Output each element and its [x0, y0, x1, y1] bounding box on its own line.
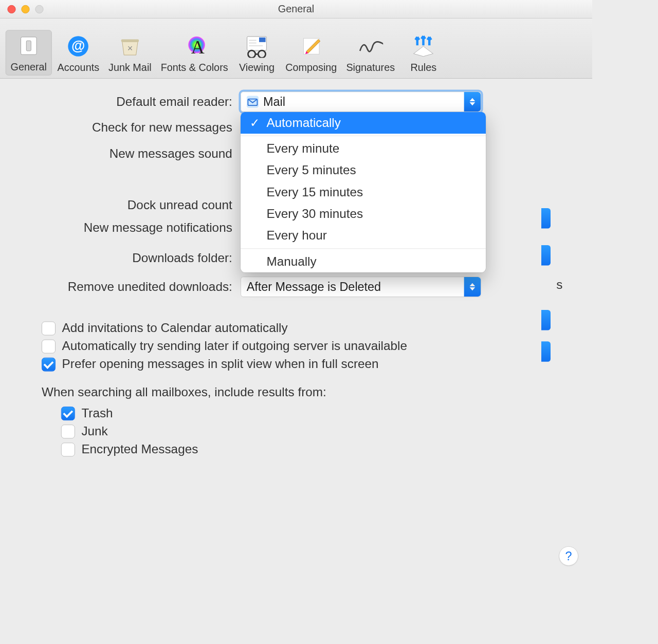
check-search-junk[interactable]: Junk — [61, 424, 551, 438]
svg-text:×: × — [127, 43, 133, 53]
tab-label: Junk Mail — [108, 62, 152, 73]
tab-label: Fonts & Colors — [161, 62, 228, 73]
sound-label: New messages sound — [42, 146, 241, 161]
default-reader-value: Mail — [263, 95, 285, 109]
menu-option-every-hour[interactable]: Every hour — [241, 225, 486, 246]
downloads-folder-label: Downloads folder: — [42, 251, 241, 265]
help-button[interactable]: ? — [559, 546, 578, 566]
zoom-window-button[interactable] — [35, 5, 43, 13]
default-reader-popup[interactable]: Mail — [241, 91, 481, 112]
checkbox-label: Prefer opening messages in split view wh… — [62, 357, 379, 372]
remove-downloads-popup[interactable]: After Message is Deleted — [241, 277, 481, 297]
tab-signatures[interactable]: Signatures — [342, 31, 398, 75]
checkbox-label: Automatically try sending later if outgo… — [62, 339, 407, 354]
tab-general[interactable]: General — [6, 30, 52, 76]
tab-label: Signatures — [346, 62, 395, 73]
menu-option-every-minute[interactable]: Every minute — [241, 138, 486, 159]
remove-downloads-value: After Message is Deleted — [247, 280, 381, 294]
tab-label: Viewing — [239, 62, 275, 73]
menu-separator — [241, 248, 486, 249]
checkbox[interactable] — [42, 357, 56, 371]
dock-count-label: Dock unread count — [42, 198, 241, 212]
tab-accounts[interactable]: @ Accounts — [53, 31, 103, 75]
minimize-window-button[interactable] — [21, 5, 29, 13]
viewing-icon — [244, 34, 269, 59]
titlebar: General — [0, 0, 592, 19]
menu-separator — [241, 136, 486, 136]
check-search-trash[interactable]: Trash — [61, 406, 551, 420]
tab-junk-mail[interactable]: × Junk Mail — [105, 31, 155, 75]
checkbox-label: Add invitations to Calendar automaticall… — [62, 321, 288, 336]
junk-mail-icon: × — [118, 34, 143, 59]
tab-label: General — [11, 61, 47, 73]
checkbox[interactable] — [42, 339, 56, 353]
composing-icon — [299, 34, 324, 59]
svg-rect-4 — [121, 40, 139, 42]
notifications-label: New message notifications — [42, 220, 241, 235]
general-icon — [16, 33, 42, 59]
hidden-popup-stepper[interactable] — [541, 208, 551, 229]
checkbox[interactable] — [61, 425, 75, 438]
window-title: General — [0, 3, 592, 15]
check-add-invitations[interactable]: Add invitations to Calendar automaticall… — [42, 321, 551, 336]
check-messages-menu[interactable]: Automatically Every minute Every 5 minut… — [241, 112, 486, 272]
tab-label: Composing — [285, 62, 337, 73]
menu-option-automatically[interactable]: Automatically — [241, 112, 486, 134]
check-split-view[interactable]: Prefer opening messages in split view wh… — [42, 357, 551, 372]
tab-rules[interactable]: Rules — [400, 31, 447, 75]
tab-composing[interactable]: Composing — [282, 31, 341, 75]
tab-label: Rules — [411, 62, 437, 73]
default-reader-label: Default email reader: — [42, 95, 241, 109]
checkbox-label: Trash — [81, 406, 113, 420]
signatures-icon — [358, 34, 383, 59]
prefs-content: Default email reader: Mail Check for new… — [0, 79, 592, 474]
obscured-text: s — [556, 278, 562, 292]
svg-text:A: A — [191, 37, 205, 58]
popup-stepper-icon — [464, 277, 481, 297]
menu-option-every-5-minutes[interactable]: Every 5 minutes — [241, 160, 486, 181]
rules-icon — [411, 34, 436, 59]
svg-point-14 — [258, 50, 265, 58]
menu-option-manually[interactable]: Manually — [241, 251, 486, 272]
menu-option-every-15-minutes[interactable]: Every 15 minutes — [241, 181, 486, 203]
svg-text:@: @ — [71, 38, 85, 53]
checkbox[interactable] — [61, 407, 75, 420]
mail-app-icon — [247, 96, 259, 107]
tab-label: Accounts — [58, 62, 99, 73]
window-controls — [7, 5, 43, 13]
svg-rect-1 — [26, 41, 31, 51]
close-window-button[interactable] — [7, 5, 15, 13]
checkbox-label: Junk — [81, 424, 107, 438]
search-section-title: When searching all mailboxes, include re… — [42, 385, 551, 400]
menu-option-every-30-minutes[interactable]: Every 30 minutes — [241, 203, 486, 225]
tab-fonts-colors[interactable]: A Fonts & Colors — [157, 31, 231, 75]
fonts-colors-icon: A — [182, 34, 207, 59]
hidden-popup-stepper[interactable] — [541, 341, 551, 362]
hidden-popup-stepper[interactable] — [541, 310, 551, 330]
check-search-encrypted[interactable]: Encrypted Messages — [61, 442, 551, 456]
check-messages-label: Check for new messages — [42, 120, 241, 135]
accounts-icon: @ — [66, 34, 91, 59]
popup-stepper-icon — [464, 92, 481, 112]
checkbox-label: Encrypted Messages — [81, 442, 198, 456]
checkbox[interactable] — [42, 321, 56, 335]
remove-downloads-label: Remove unedited downloads: — [42, 280, 241, 294]
svg-rect-9 — [259, 38, 266, 42]
checkbox[interactable] — [61, 443, 75, 456]
prefs-toolbar: General @ Accounts × Junk Mail A Fonts &… — [0, 19, 592, 79]
tab-viewing[interactable]: Viewing — [233, 31, 280, 75]
svg-point-13 — [248, 50, 255, 58]
check-auto-retry[interactable]: Automatically try sending later if outgo… — [42, 339, 551, 354]
